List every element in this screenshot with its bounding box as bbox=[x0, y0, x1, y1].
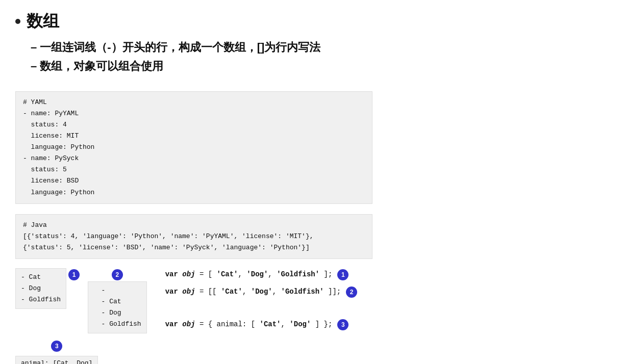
panel-row-12: - Cat - Dog - Goldfish 1 2 - - Cat - Dog… bbox=[15, 268, 147, 333]
panel3-badge-col: 3 animal: [Cat, Dog] bbox=[15, 340, 98, 364]
sub-item-1: 一组连词线（-）开头的行，构成一个数组，[]为行内写法 bbox=[31, 38, 609, 57]
right-badge-3: 3 bbox=[337, 319, 348, 330]
panel3-group: 3 animal: [Cat, Dog] bbox=[15, 340, 147, 364]
right-row-2: var obj = [[ 'Cat', 'Dog', 'Goldfish' ]]… bbox=[165, 285, 358, 298]
sub-item-list: 一组连词线（-）开头的行，构成一个数组，[]为行内写法 数组，对象可以组合使用 bbox=[31, 38, 609, 76]
right-row-3: var obj = { animal: [ 'Cat', 'Dog' ] }; … bbox=[165, 318, 358, 330]
badge-2: 2 bbox=[112, 269, 123, 280]
panel2-box: - - Cat - Dog - Goldfish bbox=[88, 281, 147, 333]
right-code-3: var obj = { animal: [ 'Cat', 'Dog' ] }; bbox=[165, 320, 333, 328]
right-badge-1: 1 bbox=[337, 269, 348, 280]
right-code-1: var obj = [ 'Cat', 'Dog', 'Goldfish' ]; bbox=[165, 270, 333, 278]
panel3-box: animal: [Cat, Dog] bbox=[15, 356, 98, 364]
yaml-block1-content: # YAML - name: PyYAML status: 4 license:… bbox=[15, 91, 372, 204]
panel1-group: - Cat - Dog - Goldfish 1 bbox=[15, 268, 80, 309]
badge-3: 3 bbox=[51, 341, 62, 352]
java-block-content: # Java [{'status': 4, 'language': 'Pytho… bbox=[15, 214, 372, 259]
panel1-box: - Cat - Dog - Goldfish bbox=[15, 268, 66, 309]
section-header: 数组 bbox=[15, 10, 609, 33]
right-code-section: var obj = [ 'Cat', 'Dog', 'Goldfish' ]; … bbox=[165, 268, 358, 330]
yaml-code-block: # YAML - name: PyYAML status: 4 license:… bbox=[15, 86, 609, 209]
right-row-1: var obj = [ 'Cat', 'Dog', 'Goldfish' ]; … bbox=[165, 268, 358, 280]
panel2-group: 2 - - Cat - Dog - Goldfish bbox=[88, 268, 147, 333]
java-code-block: # Java [{'status': 4, 'language': 'Pytho… bbox=[15, 209, 609, 264]
panel2-badge-row: 2 - - Cat - Dog - Goldfish bbox=[88, 268, 147, 333]
sub-item-2: 数组，对象可以组合使用 bbox=[31, 57, 609, 75]
bullet-dot bbox=[15, 19, 20, 24]
left-panels: - Cat - Dog - Goldfish 1 2 - - Cat - Dog… bbox=[15, 268, 147, 364]
badge-1: 1 bbox=[68, 269, 80, 280]
bottom-section: - Cat - Dog - Goldfish 1 2 - - Cat - Dog… bbox=[15, 268, 609, 364]
right-code-2: var obj = [[ 'Cat', 'Dog', 'Goldfish' ]]… bbox=[165, 288, 341, 296]
right-badge-2: 2 bbox=[346, 287, 357, 298]
section-title: 数组 bbox=[27, 10, 59, 33]
